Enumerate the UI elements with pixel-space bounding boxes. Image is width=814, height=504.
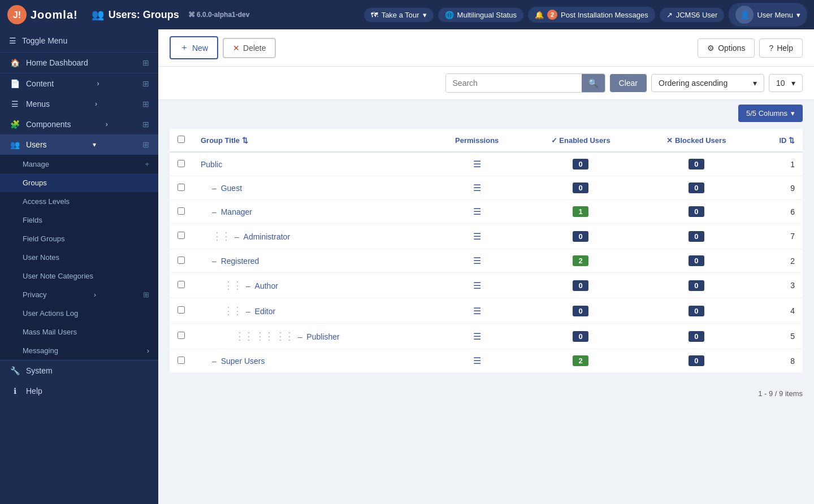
row-checkbox[interactable] bbox=[177, 306, 185, 314]
group-title-link[interactable]: Author bbox=[255, 281, 278, 290]
col-id-header[interactable]: ID ⇅ bbox=[754, 129, 803, 152]
enabled-users-badge[interactable]: 2 bbox=[573, 255, 588, 266]
group-title-link[interactable]: Administrator bbox=[244, 232, 290, 241]
blocked-users-badge[interactable]: 0 bbox=[689, 255, 704, 266]
sidebar-item-field-groups[interactable]: Field Groups bbox=[0, 229, 158, 248]
ordering-select[interactable]: Ordering ascending ▾ bbox=[651, 74, 764, 92]
sidebar-item-fields[interactable]: Fields bbox=[0, 211, 158, 229]
sidebar-item-messaging[interactable]: Messaging › bbox=[0, 341, 158, 360]
sidebar-item-content[interactable]: 📄 Content › ⊞ bbox=[0, 73, 158, 94]
permissions-cell: ☰ bbox=[431, 176, 523, 200]
search-submit-button[interactable]: 🔍 bbox=[582, 74, 605, 92]
drag-handle[interactable]: ⋮⋮ bbox=[235, 331, 253, 342]
page-title-area: 👥 Users: Groups ⌘ 6.0.0-alpha1-dev bbox=[92, 8, 250, 21]
sidebar-item-menus[interactable]: ☰ Menus › ⊞ bbox=[0, 94, 158, 114]
blocked-users-badge[interactable]: 0 bbox=[689, 183, 704, 193]
blocked-users-badge[interactable]: 0 bbox=[689, 306, 704, 316]
sidebar-item-user-note-categories[interactable]: User Note Categories bbox=[0, 267, 158, 285]
user-menu-button[interactable]: 👤 User Menu ▾ bbox=[729, 3, 807, 27]
group-title-link[interactable]: Registered bbox=[221, 257, 259, 266]
blocked-users-badge[interactable]: 0 bbox=[689, 159, 704, 170]
take-tour-button[interactable]: 🗺 Take a Tour ▾ bbox=[364, 8, 434, 22]
clear-button[interactable]: Clear bbox=[610, 74, 647, 92]
delete-button[interactable]: ✕ Delete bbox=[223, 38, 276, 58]
help-button[interactable]: ? Help bbox=[759, 38, 803, 58]
help-sidebar-icon: ℹ bbox=[9, 386, 20, 396]
drag-handle-3[interactable]: ⋮⋮ bbox=[275, 331, 293, 342]
enabled-users-badge[interactable]: 2 bbox=[573, 355, 588, 366]
drag-handle-2[interactable]: ⋮⋮ bbox=[255, 331, 273, 342]
multilingual-button[interactable]: 🌐 Multilingual Status bbox=[438, 8, 524, 22]
drag-handle[interactable]: ⋮⋮ bbox=[223, 280, 241, 291]
permissions-icon[interactable]: ☰ bbox=[473, 159, 481, 169]
row-checkbox[interactable] bbox=[177, 357, 185, 364]
logo[interactable]: J! Joomla! bbox=[7, 5, 78, 25]
sidebar-item-privacy[interactable]: Privacy › ⊞ bbox=[0, 285, 158, 304]
blocked-users-badge[interactable]: 0 bbox=[689, 355, 704, 366]
col-permissions-header: Permissions bbox=[431, 129, 523, 152]
sidebar-item-components[interactable]: 🧩 Components › ⊞ bbox=[0, 114, 158, 134]
system-label: System bbox=[26, 366, 53, 375]
options-button[interactable]: ⚙ Options bbox=[698, 38, 755, 58]
sidebar-item-help[interactable]: ℹ Help bbox=[0, 381, 158, 401]
sidebar-item-user-notes[interactable]: User Notes bbox=[0, 248, 158, 267]
version-badge: ⌘ 6.0.0-alpha1-dev bbox=[188, 11, 250, 19]
search-input[interactable] bbox=[446, 74, 582, 92]
sidebar-item-home[interactable]: 🏠 Home Dashboard ⊞ bbox=[0, 53, 158, 73]
jcms-user-button[interactable]: ↗ JCMS6 User bbox=[660, 8, 725, 22]
col-group-title-header[interactable]: Group Title ⇅ bbox=[193, 129, 431, 152]
enabled-users-badge[interactable]: 1 bbox=[573, 206, 588, 217]
drag-handle[interactable]: ⋮⋮ bbox=[212, 231, 230, 242]
select-all-checkbox[interactable] bbox=[177, 136, 185, 143]
row-checkbox[interactable] bbox=[177, 160, 185, 167]
row-checkbox[interactable] bbox=[177, 232, 185, 239]
permissions-icon[interactable]: ☰ bbox=[473, 332, 481, 341]
users-label: Users bbox=[26, 140, 47, 149]
permissions-icon[interactable]: ☰ bbox=[473, 207, 481, 216]
row-checkbox-cell bbox=[170, 224, 193, 249]
group-title-link[interactable]: Public bbox=[201, 160, 222, 169]
row-checkbox[interactable] bbox=[177, 184, 185, 191]
permissions-icon[interactable]: ☰ bbox=[473, 183, 481, 193]
group-title-link[interactable]: Super Users bbox=[221, 357, 265, 366]
sidebar-item-mass-mail[interactable]: Mass Mail Users bbox=[0, 323, 158, 341]
sidebar-item-user-actions-log[interactable]: User Actions Log bbox=[0, 304, 158, 323]
permissions-cell: ☰ bbox=[431, 152, 523, 176]
enabled-users-badge[interactable]: 0 bbox=[573, 159, 588, 170]
toggle-menu-button[interactable]: ☰ Toggle Menu bbox=[0, 29, 158, 52]
notifications-button[interactable]: 🔔 2 Post Installation Messages bbox=[528, 7, 655, 23]
perpage-select[interactable]: 10 ▾ bbox=[769, 74, 803, 92]
drag-handle[interactable]: ⋮⋮ bbox=[223, 305, 241, 316]
enabled-users-badge[interactable]: 0 bbox=[573, 280, 588, 291]
blocked-users-badge[interactable]: 0 bbox=[689, 280, 704, 291]
row-checkbox[interactable] bbox=[177, 332, 185, 339]
sidebar-item-access-levels[interactable]: Access Levels bbox=[0, 192, 158, 211]
sidebar-item-system[interactable]: 🔧 System bbox=[0, 360, 158, 381]
group-title-link[interactable]: Editor bbox=[255, 307, 276, 316]
blocked-users-badge[interactable]: 0 bbox=[689, 206, 704, 217]
sidebar-item-users[interactable]: 👥 Users ▾ ⊞ bbox=[0, 134, 158, 155]
permissions-icon[interactable]: ☰ bbox=[473, 232, 481, 241]
permissions-icon[interactable]: ☰ bbox=[473, 356, 481, 366]
group-title-cell: ⋮⋮ – Administrator bbox=[193, 224, 431, 249]
enabled-users-badge[interactable]: 0 bbox=[573, 183, 588, 193]
new-button[interactable]: ＋ New bbox=[170, 36, 218, 59]
row-checkbox[interactable] bbox=[177, 257, 185, 264]
group-title-link[interactable]: Manager bbox=[221, 207, 252, 216]
permissions-icon[interactable]: ☰ bbox=[473, 256, 481, 266]
row-checkbox[interactable] bbox=[177, 207, 185, 215]
enabled-users-badge[interactable]: 0 bbox=[573, 231, 588, 242]
enabled-users-badge[interactable]: 0 bbox=[573, 331, 588, 342]
content-area: ＋ New ✕ Delete ⚙ Options ? Help 🔍 bbox=[158, 29, 814, 504]
permissions-icon[interactable]: ☰ bbox=[473, 306, 481, 316]
row-checkbox[interactable] bbox=[177, 281, 185, 288]
sidebar-item-manage[interactable]: Manage + bbox=[0, 155, 158, 173]
blocked-users-badge[interactable]: 0 bbox=[689, 331, 704, 342]
enabled-users-badge[interactable]: 0 bbox=[573, 306, 588, 316]
group-title-link[interactable]: Guest bbox=[221, 184, 242, 193]
permissions-icon[interactable]: ☰ bbox=[473, 281, 481, 290]
columns-button[interactable]: 5/5 Columns ▾ bbox=[738, 105, 803, 122]
sidebar-item-groups[interactable]: Groups bbox=[0, 173, 158, 192]
blocked-users-badge[interactable]: 0 bbox=[689, 231, 704, 242]
group-title-link[interactable]: Publisher bbox=[306, 332, 339, 341]
